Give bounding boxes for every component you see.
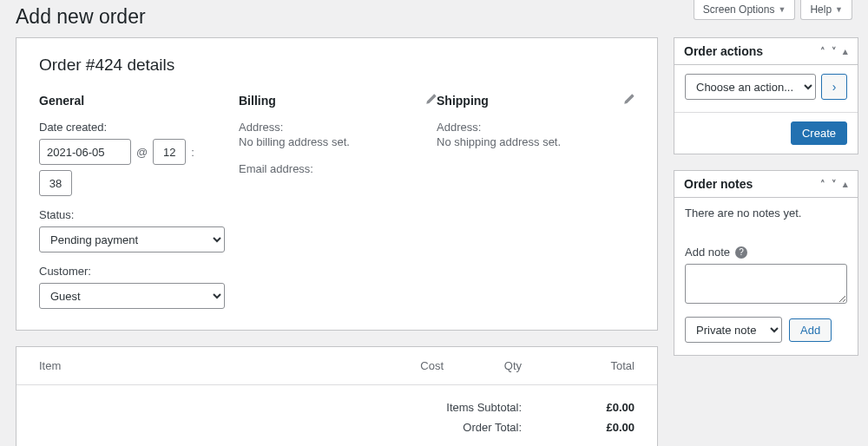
order-action-select[interactable]: Choose an action... xyxy=(685,74,816,100)
general-label: General xyxy=(39,94,239,108)
order-total-value: £0.00 xyxy=(522,421,635,434)
billing-address-label: Address: xyxy=(239,121,437,134)
shipping-label: Shipping xyxy=(437,94,489,108)
move-up-icon[interactable]: ˄ xyxy=(820,46,825,57)
pencil-icon xyxy=(623,94,635,105)
create-order-button[interactable]: Create xyxy=(791,121,847,145)
toggle-panel-icon[interactable]: ▴ xyxy=(843,179,848,190)
items-subtotal-value: £0.00 xyxy=(522,401,635,414)
toggle-panel-icon[interactable]: ▴ xyxy=(843,46,848,57)
date-input[interactable] xyxy=(39,139,131,165)
pencil-icon xyxy=(425,94,437,105)
col-total: Total xyxy=(522,359,635,372)
order-actions-title: Order actions xyxy=(684,44,763,58)
col-qty: Qty xyxy=(444,359,522,372)
items-subtotal-label: Items Subtotal: xyxy=(140,401,522,414)
add-note-button[interactable]: Add xyxy=(789,318,832,342)
chevron-right-icon: › xyxy=(832,80,837,94)
general-column: General Date created: @ : Status: xyxy=(39,94,239,309)
move-down-icon[interactable]: ˅ xyxy=(832,46,837,57)
order-total-label: Order Total: xyxy=(140,421,522,434)
caret-down-icon: ▼ xyxy=(778,5,786,14)
hour-input[interactable] xyxy=(153,139,186,165)
help-label: Help xyxy=(810,3,832,16)
screen-options-label: Screen Options xyxy=(703,3,775,16)
billing-address-text: No billing address set. xyxy=(239,135,437,148)
time-separator: : xyxy=(191,146,194,159)
at-symbol: @ xyxy=(136,146,148,159)
note-type-select[interactable]: Private note xyxy=(685,317,782,343)
customer-label: Customer: xyxy=(39,265,239,278)
shipping-column: Shipping Address: No shipping address se… xyxy=(437,94,635,309)
order-items-box: Item Cost Qty Total Items Subtotal: £0.0… xyxy=(16,346,658,446)
order-details-box: Order #424 details General Date created:… xyxy=(16,37,658,331)
caret-down-icon: ▼ xyxy=(835,5,843,14)
add-note-label: Add note xyxy=(685,246,730,259)
page-title: Add new order xyxy=(16,0,146,29)
screen-options-tab[interactable]: Screen Options ▼ xyxy=(694,0,796,20)
help-tab[interactable]: Help ▼ xyxy=(800,0,852,20)
edit-shipping-button[interactable] xyxy=(623,94,635,108)
order-actions-box: Order actions ˄ ˅ ▴ Choose an action... … xyxy=(674,37,858,154)
edit-billing-button[interactable] xyxy=(425,94,437,108)
billing-label: Billing xyxy=(239,94,276,108)
order-details-heading: Order #424 details xyxy=(39,56,635,75)
items-header-row: Item Cost Qty Total xyxy=(16,347,657,384)
billing-column: Billing Address: No billing address set.… xyxy=(239,94,437,309)
totals-section: Items Subtotal: £0.00 Order Total: £0.00 xyxy=(16,384,657,446)
status-label: Status: xyxy=(39,208,239,221)
date-created-label: Date created: xyxy=(39,121,239,134)
note-textarea[interactable] xyxy=(685,264,847,304)
col-item: Item xyxy=(39,359,365,372)
customer-select[interactable]: Guest xyxy=(39,283,225,309)
notes-empty-text: There are no notes yet. xyxy=(685,207,847,220)
col-cost: Cost xyxy=(365,359,444,372)
run-action-button[interactable]: › xyxy=(821,74,847,100)
screen-meta-tabs: Screen Options ▼ Help ▼ xyxy=(694,0,852,20)
order-notes-title: Order notes xyxy=(684,177,753,191)
help-icon[interactable]: ? xyxy=(735,246,747,259)
billing-email-label: Email address: xyxy=(239,162,437,175)
status-select[interactable]: Pending payment xyxy=(39,226,225,253)
move-down-icon[interactable]: ˅ xyxy=(832,179,837,190)
shipping-address-text: No shipping address set. xyxy=(437,135,635,148)
move-up-icon[interactable]: ˄ xyxy=(820,179,825,190)
shipping-address-label: Address: xyxy=(437,121,635,134)
minute-input[interactable] xyxy=(39,170,72,196)
order-notes-box: Order notes ˄ ˅ ▴ There are no notes yet… xyxy=(674,170,858,356)
